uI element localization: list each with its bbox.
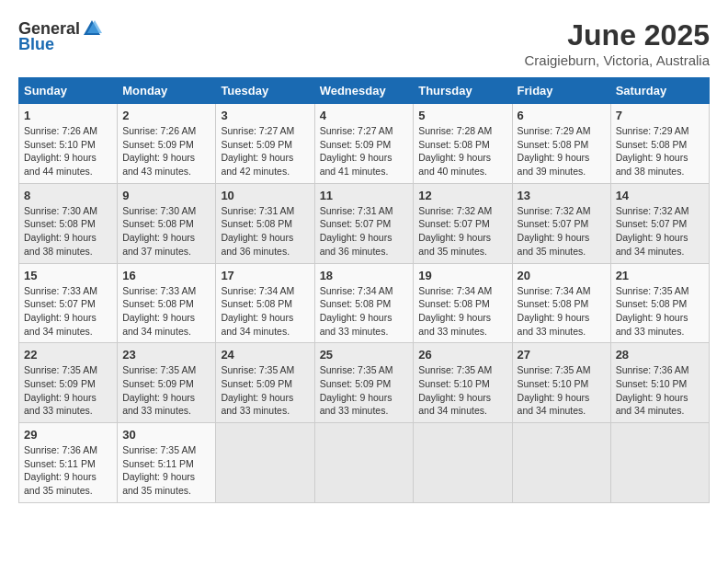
- logo-icon: [82, 18, 102, 39]
- day-info: Sunrise: 7:29 AM Sunset: 5:08 PM Dayligh…: [616, 124, 704, 178]
- day-number: 16: [122, 269, 210, 282]
- day-number: 9: [122, 189, 210, 202]
- day-number: 1: [24, 109, 112, 122]
- calendar-day-cell: 4 Sunrise: 7:27 AM Sunset: 5:09 PM Dayli…: [314, 104, 414, 184]
- calendar-day-cell: 28 Sunrise: 7:36 AM Sunset: 5:10 PM Dayl…: [610, 343, 709, 423]
- day-number: 20: [518, 269, 606, 282]
- day-number: 5: [418, 109, 506, 122]
- day-info: Sunrise: 7:30 AM Sunset: 5:08 PM Dayligh…: [122, 204, 210, 259]
- calendar-day-cell: 25 Sunrise: 7:35 AM Sunset: 5:09 PM Dayl…: [314, 343, 414, 423]
- day-info: Sunrise: 7:26 AM Sunset: 5:09 PM Dayligh…: [122, 124, 210, 178]
- calendar-day-cell: 11 Sunrise: 7:31 AM Sunset: 5:07 PM Dayl…: [314, 183, 414, 263]
- day-info: Sunrise: 7:30 AM Sunset: 5:08 PM Dayligh…: [24, 204, 112, 259]
- location-title: Craigieburn, Victoria, Australia: [525, 52, 711, 68]
- day-info: Sunrise: 7:35 AM Sunset: 5:08 PM Dayligh…: [616, 284, 704, 339]
- day-number: 29: [24, 428, 112, 442]
- logo-blue-text: Blue: [18, 35, 54, 54]
- calendar-day-cell: 22 Sunrise: 7:35 AM Sunset: 5:09 PM Dayl…: [19, 343, 118, 423]
- calendar-day-cell: 9 Sunrise: 7:30 AM Sunset: 5:08 PM Dayli…: [118, 183, 216, 263]
- calendar-day-cell: 3 Sunrise: 7:27 AM Sunset: 5:09 PM Dayli…: [216, 104, 314, 184]
- day-of-week-header: Monday: [118, 78, 216, 104]
- calendar-day-cell: 7 Sunrise: 7:29 AM Sunset: 5:08 PM Dayli…: [610, 104, 709, 184]
- day-info: Sunrise: 7:33 AM Sunset: 5:07 PM Dayligh…: [24, 284, 112, 339]
- day-info: Sunrise: 7:29 AM Sunset: 5:08 PM Dayligh…: [518, 124, 606, 178]
- day-info: Sunrise: 7:35 AM Sunset: 5:09 PM Dayligh…: [221, 363, 309, 418]
- day-info: Sunrise: 7:31 AM Sunset: 5:08 PM Dayligh…: [221, 204, 309, 259]
- day-info: Sunrise: 7:35 AM Sunset: 5:10 PM Dayligh…: [518, 363, 606, 418]
- day-of-week-header: Saturday: [610, 78, 709, 104]
- calendar-day-cell: 18 Sunrise: 7:34 AM Sunset: 5:08 PM Dayl…: [314, 263, 414, 343]
- day-number: 18: [320, 269, 409, 282]
- day-number: 4: [320, 109, 409, 122]
- calendar-day-cell: 10 Sunrise: 7:31 AM Sunset: 5:08 PM Dayl…: [216, 183, 314, 263]
- day-number: 30: [122, 428, 210, 442]
- calendar-day-cell: 19 Sunrise: 7:34 AM Sunset: 5:08 PM Dayl…: [414, 263, 512, 343]
- day-number: 19: [418, 269, 506, 282]
- empty-cell: [414, 423, 512, 503]
- calendar-day-cell: 2 Sunrise: 7:26 AM Sunset: 5:09 PM Dayli…: [118, 104, 216, 184]
- day-info: Sunrise: 7:36 AM Sunset: 5:11 PM Dayligh…: [24, 443, 112, 498]
- calendar-week-row: 8 Sunrise: 7:30 AM Sunset: 5:08 PM Dayli…: [19, 183, 710, 263]
- day-info: Sunrise: 7:33 AM Sunset: 5:08 PM Dayligh…: [122, 284, 210, 339]
- empty-cell: [216, 423, 314, 503]
- day-info: Sunrise: 7:32 AM Sunset: 5:07 PM Dayligh…: [518, 204, 606, 259]
- day-info: Sunrise: 7:32 AM Sunset: 5:07 PM Dayligh…: [418, 204, 506, 259]
- calendar-day-cell: 5 Sunrise: 7:28 AM Sunset: 5:08 PM Dayli…: [414, 104, 512, 184]
- calendar-day-cell: 15 Sunrise: 7:33 AM Sunset: 5:07 PM Dayl…: [19, 263, 118, 343]
- calendar-week-row: 15 Sunrise: 7:33 AM Sunset: 5:07 PM Dayl…: [19, 263, 710, 343]
- calendar-day-cell: 20 Sunrise: 7:34 AM Sunset: 5:08 PM Dayl…: [512, 263, 610, 343]
- calendar-week-row: 22 Sunrise: 7:35 AM Sunset: 5:09 PM Dayl…: [19, 343, 710, 423]
- day-number: 8: [24, 189, 112, 202]
- day-number: 12: [418, 189, 506, 202]
- calendar-day-cell: 26 Sunrise: 7:35 AM Sunset: 5:10 PM Dayl…: [414, 343, 512, 423]
- day-info: Sunrise: 7:35 AM Sunset: 5:09 PM Dayligh…: [320, 363, 409, 418]
- calendar-day-cell: 8 Sunrise: 7:30 AM Sunset: 5:08 PM Dayli…: [19, 183, 118, 263]
- empty-cell: [610, 423, 709, 503]
- day-info: Sunrise: 7:34 AM Sunset: 5:08 PM Dayligh…: [320, 284, 409, 339]
- day-info: Sunrise: 7:35 AM Sunset: 5:11 PM Dayligh…: [122, 443, 210, 498]
- day-number: 22: [24, 348, 112, 362]
- day-info: Sunrise: 7:35 AM Sunset: 5:09 PM Dayligh…: [24, 363, 112, 418]
- day-info: Sunrise: 7:35 AM Sunset: 5:09 PM Dayligh…: [122, 363, 210, 418]
- calendar-day-cell: 1 Sunrise: 7:26 AM Sunset: 5:10 PM Dayli…: [19, 104, 118, 184]
- calendar-day-cell: 16 Sunrise: 7:33 AM Sunset: 5:08 PM Dayl…: [118, 263, 216, 343]
- day-of-week-header: Wednesday: [314, 78, 414, 104]
- day-number: 28: [616, 348, 704, 362]
- day-number: 25: [320, 348, 409, 362]
- calendar-day-cell: 17 Sunrise: 7:34 AM Sunset: 5:08 PM Dayl…: [216, 263, 314, 343]
- empty-cell: [314, 423, 414, 503]
- day-info: Sunrise: 7:35 AM Sunset: 5:10 PM Dayligh…: [418, 363, 506, 418]
- day-number: 27: [518, 348, 606, 362]
- logo: General Blue: [18, 18, 102, 54]
- calendar-day-cell: 27 Sunrise: 7:35 AM Sunset: 5:10 PM Dayl…: [512, 343, 610, 423]
- calendar-week-row: 1 Sunrise: 7:26 AM Sunset: 5:10 PM Dayli…: [19, 104, 710, 184]
- calendar-day-cell: 21 Sunrise: 7:35 AM Sunset: 5:08 PM Dayl…: [610, 263, 709, 343]
- day-number: 2: [122, 109, 210, 122]
- calendar-day-cell: 23 Sunrise: 7:35 AM Sunset: 5:09 PM Dayl…: [118, 343, 216, 423]
- day-number: 17: [221, 269, 309, 282]
- day-of-week-header: Tuesday: [216, 78, 314, 104]
- calendar-day-cell: 30 Sunrise: 7:35 AM Sunset: 5:11 PM Dayl…: [118, 423, 216, 503]
- day-info: Sunrise: 7:27 AM Sunset: 5:09 PM Dayligh…: [221, 124, 309, 178]
- day-of-week-header: Friday: [512, 78, 610, 104]
- day-info: Sunrise: 7:34 AM Sunset: 5:08 PM Dayligh…: [518, 284, 606, 339]
- day-info: Sunrise: 7:27 AM Sunset: 5:09 PM Dayligh…: [320, 124, 409, 178]
- day-info: Sunrise: 7:26 AM Sunset: 5:10 PM Dayligh…: [24, 124, 112, 178]
- calendar-day-cell: 12 Sunrise: 7:32 AM Sunset: 5:07 PM Dayl…: [414, 183, 512, 263]
- calendar-day-cell: 13 Sunrise: 7:32 AM Sunset: 5:07 PM Dayl…: [512, 183, 610, 263]
- day-info: Sunrise: 7:32 AM Sunset: 5:07 PM Dayligh…: [616, 204, 704, 259]
- day-info: Sunrise: 7:34 AM Sunset: 5:08 PM Dayligh…: [221, 284, 309, 339]
- month-title: June 2025: [525, 18, 711, 52]
- empty-cell: [512, 423, 610, 503]
- day-number: 13: [518, 189, 606, 202]
- day-number: 7: [616, 109, 704, 122]
- calendar-table: SundayMondayTuesdayWednesdayThursdayFrid…: [18, 77, 710, 503]
- day-number: 23: [122, 348, 210, 362]
- day-info: Sunrise: 7:28 AM Sunset: 5:08 PM Dayligh…: [418, 124, 506, 178]
- day-number: 26: [418, 348, 506, 362]
- day-number: 3: [221, 109, 309, 122]
- calendar-header-row: SundayMondayTuesdayWednesdayThursdayFrid…: [19, 78, 710, 104]
- day-number: 10: [221, 189, 309, 202]
- day-info: Sunrise: 7:36 AM Sunset: 5:10 PM Dayligh…: [616, 363, 704, 418]
- day-of-week-header: Thursday: [414, 78, 512, 104]
